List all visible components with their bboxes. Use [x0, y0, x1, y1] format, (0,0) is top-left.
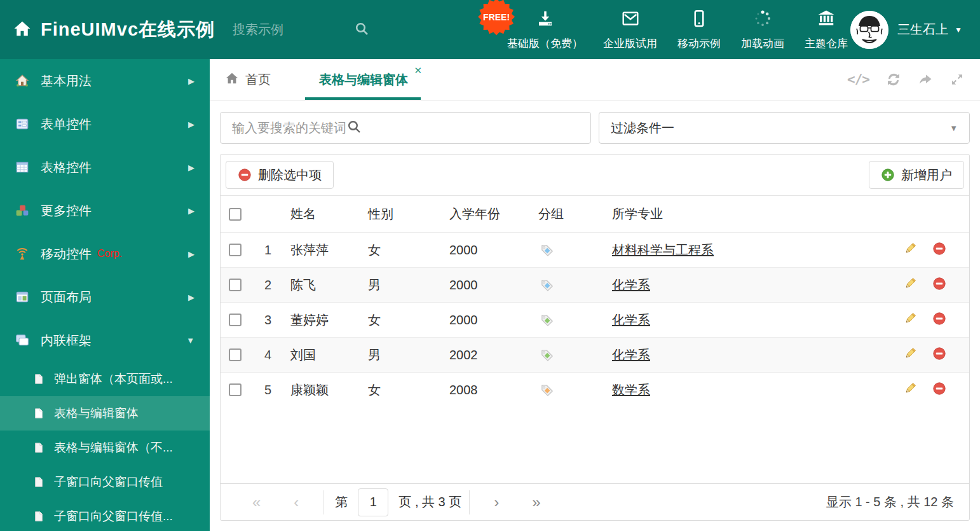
cell-year: 2002: [434, 348, 523, 362]
page-number-input[interactable]: [358, 488, 388, 516]
add-user-button[interactable]: 新增用户: [869, 161, 964, 189]
table-row: 4 刘国 男 2002 化学系: [221, 337, 969, 372]
major-link[interactable]: 化学系: [612, 313, 650, 327]
tab-active-label: 表格与编辑窗体: [319, 71, 408, 88]
edit-pencil-icon[interactable]: [903, 242, 917, 259]
delete-row-icon[interactable]: [932, 382, 946, 399]
next-page-button[interactable]: ›: [477, 493, 515, 511]
filter-selected-value: 过滤条件一: [611, 120, 674, 137]
nav-enterprise-trial[interactable]: 企业版试用: [603, 9, 657, 51]
file-icon: [33, 408, 44, 419]
edit-pencil-icon[interactable]: [903, 382, 917, 399]
fullscreen-icon[interactable]: [949, 72, 965, 87]
nav-label: 加载动画: [741, 36, 784, 51]
cell-name: 董婷婷: [275, 312, 353, 329]
tab-grid-edit-window[interactable]: 表格与编辑窗体 ✕: [310, 59, 417, 100]
chevron-right-icon: ▶: [188, 76, 194, 86]
major-link[interactable]: 化学系: [612, 348, 650, 362]
column-group[interactable]: 分组: [523, 205, 597, 223]
nav-mobile-examples[interactable]: 移动示例: [677, 9, 721, 51]
cell-year: 2000: [434, 278, 523, 293]
cell-year: 2000: [434, 313, 523, 328]
row-checkbox[interactable]: [229, 383, 242, 396]
house-icon: [15, 74, 29, 88]
home-icon: [13, 19, 32, 41]
filter-row: 输入要搜索的关键词 过滤条件一 ▼: [220, 112, 970, 144]
major-link[interactable]: 数学系: [612, 383, 650, 397]
sidebar-subitem-child-to-parent[interactable]: 子窗口向父窗口传值: [0, 465, 210, 499]
cell-year: 2000: [434, 243, 523, 258]
bank-icon: [817, 9, 836, 31]
delete-row-icon[interactable]: [932, 277, 946, 294]
sidebar-item-grid-controls[interactable]: 表格控件 ▶: [0, 146, 210, 189]
sidebar-item-label: 表格控件: [41, 159, 92, 176]
tag-icon: [523, 348, 597, 362]
edit-pencil-icon[interactable]: [903, 277, 917, 294]
cell-name: 刘国: [275, 347, 353, 364]
row-checkbox[interactable]: [229, 279, 242, 291]
file-icon: [33, 442, 44, 453]
nav-basic-edition[interactable]: FREE! 基础版（免费）: [507, 9, 583, 51]
app-brand[interactable]: FineUIMvc在线示例: [13, 17, 215, 43]
table-header-row: 姓名 性别 入学年份 分组 所学专业: [221, 195, 969, 232]
sidebar-subitem-grid-edit-window-2[interactable]: 表格与编辑窗体（不...: [0, 431, 210, 465]
sidebar-item-form-controls[interactable]: 表单控件 ▶: [0, 102, 210, 146]
tag-icon: [523, 313, 597, 328]
row-checkbox[interactable]: [229, 314, 242, 326]
tag-icon: [523, 383, 597, 397]
sidebar-subitem-label: 子窗口向父窗口传值: [54, 474, 163, 490]
sidebar-item-iframe[interactable]: 内联框架 ▼: [0, 319, 210, 362]
corp-badge: Corp.: [97, 248, 122, 259]
source-code-icon[interactable]: </>: [847, 72, 869, 87]
delete-row-icon[interactable]: [932, 312, 946, 329]
sidebar-subitem-label: 表格与编辑窗体（不...: [54, 439, 173, 456]
sidebar-subitem-child-to-parent-2[interactable]: 子窗口向父窗口传值...: [0, 499, 210, 531]
refresh-icon[interactable]: [886, 72, 901, 87]
major-link[interactable]: 材料科学与工程系: [612, 243, 714, 257]
sidebar-subitem-popup-window[interactable]: 弹出窗体（本页面或...: [0, 362, 210, 396]
sidebar-item-label: 页面布局: [41, 289, 92, 306]
column-name[interactable]: 姓名: [275, 205, 353, 223]
nav-theme-store[interactable]: 主题仓库: [805, 9, 848, 51]
column-major[interactable]: 所学专业: [597, 205, 896, 223]
last-page-button[interactable]: »: [515, 493, 557, 511]
close-icon[interactable]: ✕: [414, 65, 422, 76]
keyword-search-input[interactable]: 输入要搜索的关键词: [220, 112, 591, 144]
row-index: 5: [250, 383, 275, 397]
column-year[interactable]: 入学年份: [434, 205, 523, 223]
header-search-input[interactable]: 搜索示例: [233, 21, 369, 39]
pager-divider: [469, 490, 470, 514]
user-avatar[interactable]: [850, 11, 888, 49]
sidebar-subitem-grid-edit-window[interactable]: 表格与编辑窗体: [0, 396, 210, 431]
table-row: 2 陈飞 男 2000 化学系: [221, 267, 969, 302]
column-gender[interactable]: 性别: [353, 205, 434, 223]
record-count-summary: 显示 1 - 5 条 , 共 12 条: [826, 493, 954, 511]
row-checkbox[interactable]: [229, 348, 242, 361]
row-index: 1: [250, 243, 275, 258]
prev-page-button[interactable]: ‹: [277, 493, 315, 511]
delete-row-icon[interactable]: [932, 347, 946, 364]
delete-row-icon[interactable]: [932, 242, 946, 259]
open-new-window-icon[interactable]: [918, 72, 933, 87]
delete-selected-button[interactable]: 删除选中项: [226, 161, 334, 189]
major-link[interactable]: 化学系: [612, 278, 650, 292]
user-menu[interactable]: 三生石上 ▼: [897, 21, 962, 38]
chevron-right-icon: ▶: [188, 163, 194, 172]
edit-pencil-icon[interactable]: [903, 347, 917, 364]
sidebar-item-mobile-controls[interactable]: 移动控件 Corp. ▶: [0, 232, 210, 275]
sidebar-item-basic-usage[interactable]: 基本用法 ▶: [0, 59, 210, 102]
first-page-button[interactable]: «: [236, 493, 277, 511]
nav-loading-animations[interactable]: 加载动画: [741, 9, 784, 51]
tab-bar: 首页 表格与编辑窗体 ✕ </>: [210, 59, 980, 100]
sidebar-item-more-controls[interactable]: 更多控件 ▶: [0, 189, 210, 232]
sidebar-item-label: 内联框架: [41, 332, 92, 349]
page-suffix-label: 页 , 共 3 页: [398, 493, 461, 511]
tab-home[interactable]: 首页: [225, 71, 271, 88]
cell-gender: 女: [353, 382, 434, 399]
pagination-bar: « ‹ 第 页 , 共 3 页 › » 显示 1 - 5 条 , 共 12 条: [221, 483, 969, 520]
filter-dropdown[interactable]: 过滤条件一 ▼: [599, 112, 970, 144]
row-checkbox[interactable]: [229, 244, 242, 256]
select-all-checkbox[interactable]: [229, 208, 242, 221]
edit-pencil-icon[interactable]: [903, 312, 917, 329]
sidebar-item-page-layout[interactable]: 页面布局 ▶: [0, 275, 210, 319]
